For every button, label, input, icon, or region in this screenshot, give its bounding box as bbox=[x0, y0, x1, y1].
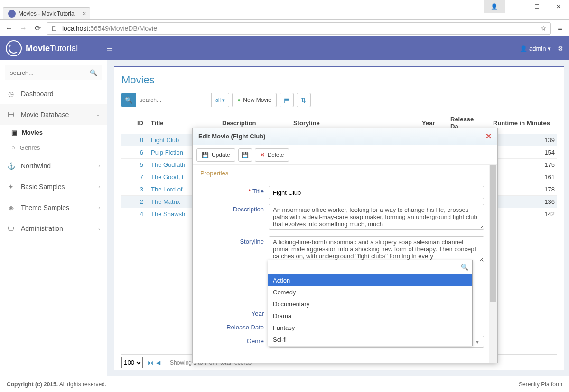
app-footer: Copyright (c) 2015. All rights reserved.… bbox=[0, 376, 569, 392]
sidebar-item-administration[interactable]: 🖵Administration‹ bbox=[0, 218, 107, 238]
update-button[interactable]: 💾Update bbox=[196, 148, 235, 162]
search-icon: 🔍 bbox=[90, 69, 97, 76]
app-header: MovieTutorial ☰ 👤 admin ▾ ⚙ bbox=[0, 36, 569, 60]
user-menu[interactable]: 👤 admin ▾ bbox=[520, 45, 551, 52]
dialog-titlebar[interactable]: Edit Movie (Fight Club) ✕ bbox=[193, 128, 497, 145]
year-label: Year bbox=[200, 308, 269, 317]
chevron-down-icon: ▼ bbox=[475, 339, 480, 345]
wand-icon: ✦ bbox=[7, 183, 15, 191]
export-pdf-icon[interactable]: ⇅ bbox=[297, 93, 311, 107]
settings-gears-icon[interactable]: ⚙ bbox=[558, 45, 563, 52]
grid-search-input[interactable] bbox=[136, 93, 212, 107]
page-size-select[interactable]: 100 bbox=[121, 357, 143, 368]
save-icon: 💾 bbox=[202, 152, 209, 158]
dropdown-search[interactable]: 🔍 bbox=[268, 260, 472, 274]
dropdown-search-input[interactable] bbox=[272, 264, 461, 271]
apply-button[interactable]: 💾 bbox=[238, 148, 252, 162]
grid-search: 🔍 all ▾ bbox=[121, 93, 229, 107]
storyline-input[interactable]: A ticking-time-bomb insomniac and a slip… bbox=[269, 236, 484, 262]
title-label: * Title bbox=[200, 186, 269, 199]
url-host: localhost: bbox=[62, 25, 90, 32]
col-runtime[interactable]: Runtime in Minutes bbox=[490, 112, 557, 134]
sidebar-item-label: Administration bbox=[21, 225, 63, 232]
dropdown-option[interactable]: Action bbox=[268, 274, 472, 286]
sidebar-item-label: Movie Database bbox=[21, 111, 69, 119]
dialog-scrollbar[interactable] bbox=[489, 165, 497, 363]
new-movie-button[interactable]: ●New Movie bbox=[232, 93, 277, 107]
speedometer-icon: ◷ bbox=[7, 90, 15, 98]
tab-title: Movies - MovieTutorial bbox=[19, 10, 75, 17]
window-controls: 👤 — ☐ ✕ bbox=[484, 0, 569, 13]
properties-section-header: Properties bbox=[200, 170, 484, 179]
sidebar-item-theme-samples[interactable]: ◈Theme Samples‹ bbox=[0, 197, 107, 218]
sidebar-item-dashboard[interactable]: ◷Dashboard bbox=[0, 83, 107, 104]
dialog-title: Edit Movie (Fight Club) bbox=[198, 133, 266, 140]
sidebar-item-northwind[interactable]: ⚓Northwind‹ bbox=[0, 155, 107, 176]
sidebar-item-label: Theme Samples bbox=[21, 204, 69, 211]
sidebar-toggle-icon[interactable]: ☰ bbox=[106, 44, 113, 53]
plus-icon: ● bbox=[237, 97, 241, 103]
logo-text: MovieTutorial bbox=[26, 44, 78, 54]
url-path: /MovieDB/Movie bbox=[109, 25, 157, 32]
window-user-icon: 👤 bbox=[484, 0, 505, 13]
window-minimize[interactable]: — bbox=[505, 0, 526, 13]
footer-rights: All rights reserved. bbox=[58, 381, 106, 388]
nav-back-icon[interactable]: ← bbox=[4, 24, 14, 33]
chevron-icon: ‹ bbox=[98, 163, 100, 169]
sidebar: 🔍 ◷Dashboard🎞Movie Database⌄▣Movies○Genr… bbox=[0, 60, 107, 376]
dialog-toolbar: 💾Update 💾 ✕Delete bbox=[193, 145, 497, 165]
grid-toolbar: 🔍 all ▾ ●New Movie ⬒ ⇅ bbox=[121, 93, 557, 107]
user-icon: 👤 bbox=[520, 45, 527, 52]
description-input[interactable]: An insomniac office worker, looking for … bbox=[269, 204, 484, 230]
nav-forward-icon[interactable]: → bbox=[18, 24, 28, 33]
apply-icon: 💾 bbox=[242, 152, 249, 158]
diamond-icon: ◈ bbox=[7, 204, 15, 211]
user-name: admin bbox=[529, 45, 546, 52]
grid-search-scope[interactable]: all ▾ bbox=[212, 93, 229, 107]
sidebar-item-movie-database[interactable]: 🎞Movie Database⌄ bbox=[0, 104, 107, 125]
anchor-icon: ⚓ bbox=[7, 162, 15, 170]
sub-icon: ▣ bbox=[11, 129, 17, 136]
tab-close-icon[interactable]: × bbox=[83, 10, 86, 17]
sidebar-item-label: Dashboard bbox=[21, 90, 54, 98]
pager-prev-icon[interactable]: ◀ bbox=[156, 359, 160, 366]
search-button-icon[interactable]: 🔍 bbox=[121, 93, 136, 107]
sidebar-item-label: Basic Samples bbox=[21, 183, 65, 191]
url-field[interactable]: 🗋 localhost:56549/MovieDB/Movie ☆ bbox=[47, 22, 551, 35]
export-excel-icon[interactable]: ⬒ bbox=[280, 93, 294, 107]
url-port: 56549 bbox=[90, 25, 109, 32]
desktop-icon: 🖵 bbox=[7, 225, 15, 232]
title-input[interactable] bbox=[269, 186, 484, 199]
sidebar-item-label: Northwind bbox=[21, 162, 51, 170]
sidebar-sub-genres[interactable]: ○Genres bbox=[0, 140, 107, 155]
chevron-icon: ‹ bbox=[98, 226, 100, 231]
chevron-icon: ‹ bbox=[98, 184, 100, 190]
nav-reload-icon[interactable]: ⟳ bbox=[32, 24, 43, 33]
sidebar-sub-movies[interactable]: ▣Movies bbox=[0, 125, 107, 140]
browser-tab[interactable]: Movies - MovieTutorial × bbox=[3, 7, 90, 19]
dropdown-option[interactable]: Drama bbox=[268, 310, 472, 322]
dialog-close-icon[interactable]: ✕ bbox=[485, 132, 492, 141]
sidebar-sub-label: Genres bbox=[20, 144, 40, 151]
dropdown-option[interactable]: Documentary bbox=[268, 298, 472, 310]
pager-first-icon[interactable]: ⏮ bbox=[148, 359, 153, 366]
genre-dropdown: 🔍 ActionComedyDocumentaryDramaFantasySci… bbox=[268, 260, 473, 346]
browser-menu-icon[interactable]: ≡ bbox=[555, 24, 565, 33]
description-label: Description bbox=[200, 204, 269, 231]
bookmark-star-icon[interactable]: ☆ bbox=[541, 25, 547, 32]
film-icon: 🎞 bbox=[7, 111, 15, 119]
dropdown-option[interactable]: Fantasy bbox=[268, 322, 472, 334]
sidebar-search[interactable]: 🔍 bbox=[5, 65, 102, 80]
favicon-icon bbox=[8, 10, 16, 18]
dropdown-option[interactable]: Sci-fi bbox=[268, 334, 472, 346]
sidebar-search-input[interactable] bbox=[10, 69, 90, 76]
sidebar-item-basic-samples[interactable]: ✦Basic Samples‹ bbox=[0, 176, 107, 197]
browser-address-bar: ← → ⟳ 🗋 localhost:56549/MovieDB/Movie ☆ … bbox=[0, 19, 569, 36]
col-id[interactable]: ID bbox=[121, 112, 148, 134]
delete-button[interactable]: ✕Delete bbox=[255, 148, 289, 162]
window-close[interactable]: ✕ bbox=[548, 0, 569, 13]
window-maximize[interactable]: ☐ bbox=[526, 0, 548, 13]
footer-copyright: Copyright (c) 2015. bbox=[7, 381, 58, 388]
search-icon: 🔍 bbox=[461, 264, 468, 271]
dropdown-option[interactable]: Comedy bbox=[268, 286, 472, 298]
